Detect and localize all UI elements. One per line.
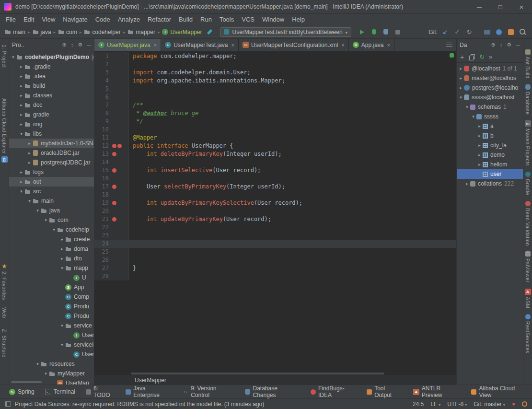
menu-window[interactable]: Window bbox=[258, 14, 288, 25]
project-tree-item-main[interactable]: ▾main bbox=[9, 196, 94, 206]
close-icon[interactable] bbox=[341, 42, 344, 48]
git-update-button[interactable]: ↙ bbox=[440, 27, 451, 37]
code-line-23[interactable]: 23 bbox=[94, 232, 456, 240]
line-separator-widget[interactable]: LF bbox=[430, 401, 440, 408]
tool-button-terminal[interactable]: Terminal bbox=[40, 388, 81, 395]
tool-button-database[interactable]: Database bbox=[525, 84, 531, 115]
build-hammer-icon[interactable] bbox=[204, 27, 215, 37]
expand-arrow-icon[interactable]: ▸ bbox=[18, 83, 24, 88]
settings-button[interactable] bbox=[506, 27, 516, 37]
tool-button-9-version-control[interactable]: 9: Version Control bbox=[177, 385, 240, 398]
project-tree-item-gradle[interactable]: ▸.gradle bbox=[9, 62, 94, 71]
caret-position-widget[interactable]: 24:5 bbox=[413, 401, 424, 408]
expand-arrow-icon[interactable]: ▸ bbox=[59, 256, 65, 261]
project-tree-item-resources[interactable]: ▾resources bbox=[9, 359, 94, 369]
tool-button-psiviewer[interactable]: PsiViewer bbox=[525, 251, 531, 282]
code-line-20[interactable]: 20 bbox=[94, 207, 456, 215]
database-tree-item-b[interactable]: ▸b bbox=[457, 131, 523, 140]
gear-icon[interactable] bbox=[507, 42, 511, 48]
collapse-arrow-icon[interactable]: ▾ bbox=[43, 371, 49, 376]
code-line-5[interactable]: 5 bbox=[94, 85, 456, 93]
tool-button-asm[interactable]: ASM bbox=[525, 289, 531, 308]
expand-arrow-icon[interactable]: ▸ bbox=[458, 85, 464, 90]
collapse-arrow-icon[interactable]: ▾ bbox=[464, 105, 470, 109]
menu-view[interactable]: View bbox=[38, 14, 59, 25]
breakpoint-icon[interactable] bbox=[112, 201, 116, 205]
heart-icon[interactable] bbox=[512, 401, 515, 408]
project-tree-item-comp[interactable]: Comp bbox=[9, 292, 94, 302]
project-tree-item-mapp[interactable]: ▾mapp bbox=[9, 263, 94, 273]
chevrons-icon[interactable] bbox=[489, 53, 492, 60]
expand-arrow-icon[interactable]: ▸ bbox=[26, 151, 33, 155]
code-line-8[interactable]: 8 * @author bruce ge bbox=[94, 109, 456, 117]
menu-navigate[interactable]: Navigate bbox=[59, 14, 91, 25]
expand-arrow-icon[interactable]: ▸ bbox=[458, 76, 464, 81]
breakpoint-icon[interactable] bbox=[112, 144, 116, 148]
breadcrumb-item[interactable]: UserMapper bbox=[135, 377, 166, 384]
breadcrumb-mapper[interactable]: mapper bbox=[127, 29, 156, 35]
breakpoint-icon[interactable] bbox=[112, 185, 116, 189]
collapse-arrow-icon[interactable]: ▾ bbox=[59, 266, 65, 270]
breakpoint-icon[interactable] bbox=[117, 144, 122, 148]
breakpoint-icon[interactable] bbox=[112, 168, 116, 173]
collapse-arrow-icon[interactable]: ▾ bbox=[35, 362, 41, 366]
target-icon[interactable] bbox=[491, 42, 495, 48]
code-line-21[interactable]: 21 int updateByPrimaryKey(User record); bbox=[94, 215, 456, 223]
code-line-18[interactable]: 18 bbox=[94, 191, 456, 199]
code-line-16[interactable]: 16 bbox=[94, 175, 456, 183]
code-line-26[interactable]: 26 bbox=[94, 256, 456, 264]
expand-arrow-icon[interactable]: ▸ bbox=[26, 141, 33, 146]
expand-arrow-icon[interactable]: ▸ bbox=[18, 122, 24, 127]
add-icon[interactable] bbox=[460, 53, 464, 61]
close-icon[interactable] bbox=[231, 42, 234, 48]
database-tree-item-sssss[interactable]: ▾sssss bbox=[457, 112, 523, 121]
gear-icon[interactable] bbox=[78, 42, 82, 48]
editor-tab-usermapper-java[interactable]: UserMapper.java bbox=[94, 39, 161, 51]
database-tree-item-hellom[interactable]: ▸hellom bbox=[457, 160, 523, 169]
project-tree-item-postgresqljdbc-jar[interactable]: ▸postgresqlJDBC.jar bbox=[9, 158, 94, 167]
code-line-19[interactable]: 19 int updateByPrimaryKeySelective(User … bbox=[94, 199, 456, 207]
updown-icon[interactable] bbox=[500, 42, 503, 48]
hide-icon[interactable] bbox=[87, 42, 91, 48]
tool-button-tool-output[interactable]: Tool Output bbox=[361, 385, 408, 398]
breadcrumb-codehelper[interactable]: codehelper bbox=[83, 29, 121, 35]
code-line-13[interactable]: 13 int deleteByPrimaryKey(Integer userId… bbox=[94, 150, 456, 158]
menu-vcs[interactable]: VCS bbox=[238, 14, 258, 25]
project-tree-item-oraclejdbc-jar[interactable]: ▸oracleJDBC.jar bbox=[9, 148, 94, 158]
tool-button-restservices[interactable]: RestServices bbox=[525, 314, 531, 353]
database-tree-item-demo[interactable]: ▸demo_ bbox=[457, 150, 523, 160]
editor-tab-usermappertest-java[interactable]: UserMapperTest.java bbox=[161, 39, 239, 51]
project-tree-item-out[interactable]: ▸out bbox=[9, 177, 94, 187]
project-tree-item-codehelp[interactable]: ▾codehelp bbox=[9, 225, 94, 234]
project-tree-item-libs[interactable]: ▾libs bbox=[9, 129, 94, 139]
collapse-arrow-icon[interactable]: ▾ bbox=[43, 218, 49, 222]
editor-tab-usermappertestconfiguration-xml[interactable]: UserMapperTestConfiguration.xml bbox=[239, 39, 349, 51]
minimize-button[interactable] bbox=[469, 0, 490, 13]
project-tree-item-u[interactable]: U bbox=[9, 273, 94, 282]
inspection-status-icon[interactable] bbox=[450, 53, 454, 58]
database-tree-item-user[interactable]: user bbox=[457, 169, 523, 179]
menu-file[interactable]: File bbox=[2, 14, 20, 25]
code-line-7[interactable]: 7/** bbox=[94, 101, 456, 109]
expand-arrow-icon[interactable]: ▸ bbox=[18, 64, 24, 69]
collapse-arrow-icon[interactable]: ▾ bbox=[35, 208, 41, 213]
code-line-25[interactable]: 25 bbox=[94, 248, 456, 256]
run-button[interactable] bbox=[357, 27, 367, 37]
expand-arrow-icon[interactable]: ▸ bbox=[18, 93, 24, 98]
project-tree-item-users[interactable]: UserS bbox=[9, 350, 94, 359]
project-tree-item-mymapper[interactable]: ▾myMapper bbox=[9, 369, 94, 378]
project-tree-item-src[interactable]: ▾src bbox=[9, 187, 94, 196]
code-line-4[interactable]: 4import org.apache.ibatis.annotations.Ma… bbox=[94, 77, 456, 85]
code-line-27[interactable]: 27} bbox=[94, 264, 456, 272]
expand-arrow-icon[interactable]: ▸ bbox=[476, 124, 483, 129]
menu-help[interactable]: Help bbox=[288, 14, 309, 25]
code-editor[interactable]: 1package com.codehelper.mapper;23import … bbox=[94, 51, 456, 375]
coverage-button[interactable] bbox=[381, 27, 391, 37]
project-tree-item-gradle[interactable]: ▸gradle bbox=[9, 110, 94, 119]
project-tree-item-produ[interactable]: Produ bbox=[9, 311, 94, 321]
target-icon[interactable] bbox=[62, 42, 66, 48]
code-line-10[interactable]: 10 bbox=[94, 126, 456, 134]
menu-analyze[interactable]: Analyze bbox=[114, 14, 144, 25]
tool-button-database-changes[interactable]: Database Changes bbox=[240, 385, 305, 398]
database-tree-item-city-la[interactable]: ▸city_la bbox=[457, 140, 523, 150]
